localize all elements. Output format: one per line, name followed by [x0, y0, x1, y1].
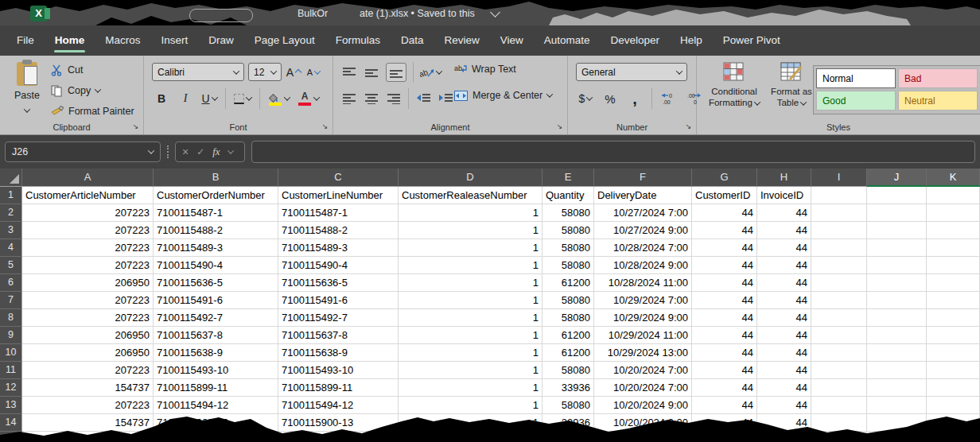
- number-dialog-launcher-icon[interactable]: [684, 122, 693, 131]
- cell-C4[interactable]: 7100115489-3: [278, 239, 399, 257]
- cut-button[interactable]: Cut: [51, 61, 83, 79]
- cell-G5[interactable]: 44: [692, 257, 757, 274]
- row-header-5[interactable]: 5: [0, 257, 22, 274]
- copy-button[interactable]: Copy: [51, 82, 100, 99]
- wrap-text-button[interactable]: ab Wrap Text: [454, 64, 516, 75]
- cell-B6[interactable]: 7100115636-5: [154, 274, 278, 292]
- excel-app-icon[interactable]: X: [30, 6, 47, 21]
- cell-B2[interactable]: 7100115487-1: [154, 204, 278, 222]
- row-header-12[interactable]: 12: [0, 379, 22, 397]
- cell-E4[interactable]: 58080: [542, 239, 594, 257]
- cell-A13[interactable]: 207223: [22, 397, 154, 414]
- cell-B9[interactable]: 7100115637-8: [154, 327, 278, 344]
- cell-J11[interactable]: [867, 362, 927, 379]
- cell-A8[interactable]: 207223: [22, 309, 154, 327]
- row-header-9[interactable]: 9: [0, 327, 22, 344]
- conditional-formatting-button[interactable]: Conditional Formatting: [703, 62, 765, 108]
- cell-F5[interactable]: 10/28/2024 9:00: [594, 257, 692, 274]
- cell-I5[interactable]: [811, 257, 867, 274]
- percent-format-button[interactable]: %: [602, 90, 618, 107]
- formula-input[interactable]: [251, 141, 975, 163]
- cell-H13[interactable]: 44: [757, 397, 811, 414]
- cell-K7[interactable]: [927, 292, 980, 309]
- row-header-7[interactable]: 7: [0, 292, 22, 309]
- cell-G4[interactable]: 44: [692, 239, 757, 257]
- cell-B1[interactable]: CustomerOrderNumber: [154, 187, 278, 204]
- cell-F10[interactable]: 10/29/2024 13:00: [594, 344, 692, 362]
- cell-C9[interactable]: 7100115637-8: [278, 327, 399, 344]
- cell-E10[interactable]: 61200: [542, 344, 594, 362]
- column-header-H[interactable]: H: [757, 169, 811, 187]
- cell-A12[interactable]: 154737: [22, 379, 154, 397]
- row-header-6[interactable]: 6: [0, 274, 22, 292]
- cell-G12[interactable]: 44: [692, 379, 757, 397]
- tab-developer[interactable]: Developer: [601, 25, 671, 56]
- cell-D1[interactable]: CustomerRealeaseNumber: [399, 187, 542, 204]
- cell-J10[interactable]: [867, 344, 927, 362]
- tab-draw[interactable]: Draw: [198, 25, 244, 56]
- cell-K11[interactable]: [927, 362, 980, 379]
- cell-D4[interactable]: 1: [399, 239, 542, 257]
- bottom-align-button[interactable]: [386, 63, 406, 82]
- cell-D5[interactable]: 1: [399, 257, 542, 274]
- cell-F7[interactable]: 10/29/2024 7:00: [594, 292, 692, 309]
- decrease-font-size-button[interactable]: A: [305, 64, 321, 81]
- cell-J8[interactable]: [867, 309, 927, 327]
- font-size-combo[interactable]: 12: [248, 63, 282, 81]
- cell-B10[interactable]: 7100115638-9: [154, 344, 278, 362]
- cell-F6[interactable]: 10/28/2024 11:00: [594, 274, 692, 292]
- tab-data[interactable]: Data: [391, 25, 434, 56]
- cell-H3[interactable]: 44: [757, 222, 811, 239]
- cell-F12[interactable]: 10/20/2024 7:00: [594, 379, 692, 397]
- cell-H15[interactable]: [757, 432, 811, 442]
- cell-K9[interactable]: [927, 327, 980, 344]
- cell-D9[interactable]: 1: [399, 327, 542, 344]
- cell-J15[interactable]: [867, 432, 927, 442]
- cell-J4[interactable]: [867, 239, 927, 257]
- cell-C10[interactable]: 7100115638-9: [278, 344, 399, 362]
- increase-indent-button[interactable]: [438, 90, 453, 107]
- row-header-4[interactable]: 4: [0, 239, 22, 257]
- cell-K4[interactable]: [927, 239, 980, 257]
- enter-icon[interactable]: ✓: [196, 146, 204, 157]
- cell-B13[interactable]: 7100115494-12: [154, 397, 278, 414]
- cell-H5[interactable]: 44: [757, 257, 811, 274]
- row-header-2[interactable]: 2: [0, 204, 22, 222]
- borders-button[interactable]: [234, 90, 251, 107]
- cell-E5[interactable]: 58080: [542, 257, 594, 274]
- cell-K8[interactable]: [927, 309, 980, 327]
- align-right-button[interactable]: [386, 90, 402, 107]
- cell-D8[interactable]: 1: [399, 309, 542, 327]
- tab-formulas[interactable]: Formulas: [325, 25, 391, 56]
- cell-G15[interactable]: [692, 432, 757, 442]
- cell-F14[interactable]: 10/20/2024 9:00: [594, 414, 692, 432]
- row-header-1[interactable]: 1: [0, 187, 22, 204]
- format-painter-button[interactable]: Format Painter: [51, 103, 134, 120]
- orientation-button[interactable]: ab: [420, 64, 441, 81]
- cell-J12[interactable]: [867, 379, 927, 397]
- format-as-table-button[interactable]: Format as Table: [767, 62, 816, 108]
- cell-G8[interactable]: 44: [692, 309, 757, 327]
- cell-B7[interactable]: 7100115491-6: [154, 292, 278, 309]
- row-header-13[interactable]: 13: [0, 397, 22, 414]
- cell-G1[interactable]: CustomerID: [692, 187, 757, 204]
- cell-J14[interactable]: [867, 414, 927, 432]
- column-header-G[interactable]: G: [692, 169, 757, 187]
- cell-K13[interactable]: [927, 397, 980, 414]
- cell-C13[interactable]: 7100115494-12: [278, 397, 399, 414]
- cell-E9[interactable]: 61200: [542, 327, 594, 344]
- cell-C15[interactable]: [278, 432, 399, 442]
- row-header-11[interactable]: 11: [0, 362, 22, 379]
- tab-power-pivot[interactable]: Power Pivot: [713, 25, 791, 56]
- decrease-indent-button[interactable]: [415, 90, 431, 107]
- cell-E7[interactable]: 58080: [542, 292, 594, 309]
- align-center-button[interactable]: [364, 90, 379, 107]
- cell-K15[interactable]: [927, 432, 980, 442]
- cell-H14[interactable]: 44: [757, 414, 811, 432]
- cell-K6[interactable]: [927, 274, 980, 292]
- currency-format-button[interactable]: $: [578, 90, 593, 107]
- cell-I4[interactable]: [811, 239, 867, 257]
- cell-C8[interactable]: 7100115492-7: [278, 309, 399, 327]
- cell-G11[interactable]: 44: [692, 362, 757, 379]
- cell-H7[interactable]: 44: [757, 292, 811, 309]
